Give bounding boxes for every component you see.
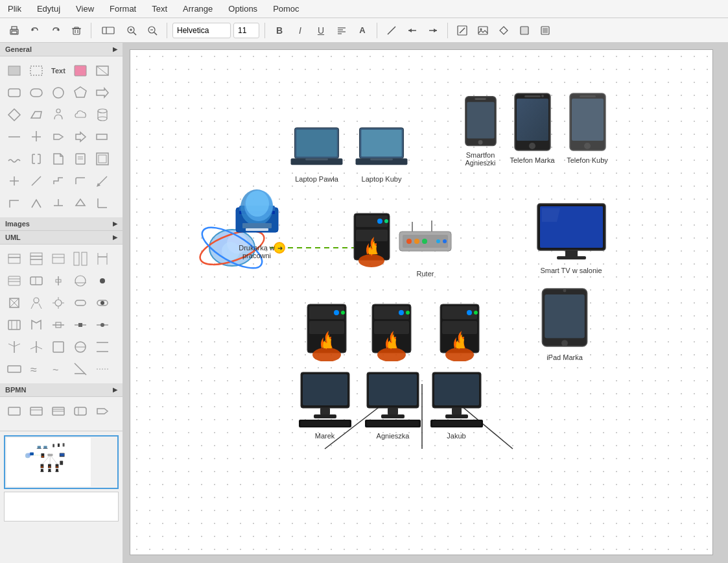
- uml-shape-14[interactable]: [70, 293, 91, 313]
- arrow-right-button[interactable]: [424, 21, 442, 40]
- shape-text[interactable]: Text: [48, 60, 69, 81]
- shape-rect[interactable]: [26, 60, 47, 81]
- uml-shape-15[interactable]: [92, 293, 113, 313]
- align-button[interactable]: [333, 21, 351, 40]
- shape-rect-fill[interactable]: [4, 60, 25, 81]
- uml-shape-4[interactable]: [70, 248, 91, 269]
- font-input[interactable]: [172, 23, 231, 38]
- node-server-agnieszka[interactable]: [367, 303, 416, 368]
- section-images[interactable]: Images ▶: [0, 217, 123, 231]
- shape-plus[interactable]: [4, 171, 25, 191]
- shape-arrow-double[interactable]: [70, 126, 91, 147]
- canvas-area[interactable]: ➜: [123, 43, 728, 563]
- page-thumbnail-2[interactable]: [4, 492, 119, 521]
- shape-border-button[interactable]: [536, 21, 554, 40]
- uml-shape-5[interactable]: [92, 248, 113, 269]
- shape-stadium[interactable]: [26, 82, 47, 103]
- uml-shape-21[interactable]: [4, 337, 25, 357]
- bpmn-shape-4[interactable]: [70, 401, 91, 422]
- shape-person[interactable]: [48, 104, 69, 125]
- arrow-left-button[interactable]: [403, 21, 421, 40]
- node-pc-agnieszka[interactable]: Agnieszka: [360, 371, 425, 442]
- shape-line-angled[interactable]: [92, 193, 113, 213]
- menu-view[interactable]: View: [73, 3, 97, 15]
- underline-button[interactable]: U: [312, 21, 330, 40]
- node-pc-marek[interactable]: Marek: [296, 371, 354, 442]
- image-button[interactable]: [474, 21, 492, 40]
- uml-shape-28[interactable]: ~: [48, 359, 69, 379]
- shape-cloud[interactable]: [70, 104, 91, 125]
- shape-arrow-d[interactable]: [48, 126, 69, 147]
- delete-button[interactable]: [67, 21, 86, 40]
- uml-shape-9[interactable]: [70, 270, 91, 291]
- uml-shape-25[interactable]: [92, 337, 113, 357]
- shape-t4[interactable]: [70, 193, 91, 213]
- section-uml[interactable]: UML ▶: [0, 231, 123, 245]
- section-bpmn[interactable]: BPMN ▶: [0, 383, 123, 397]
- shape-frame[interactable]: [92, 149, 113, 169]
- shape-cylinder[interactable]: [92, 104, 113, 125]
- uml-shape-26[interactable]: [4, 359, 25, 379]
- uml-shape-6[interactable]: [4, 270, 25, 291]
- menu-options[interactable]: Options: [226, 3, 260, 15]
- node-laptop-kuby[interactable]: Laptop Kuby: [354, 125, 409, 183]
- uml-shape-18[interactable]: [48, 315, 69, 335]
- shape-t3[interactable]: [48, 193, 69, 213]
- node-smartfon-agnieszki[interactable]: Smartfon Agnieszki: [458, 95, 503, 167]
- shape-diamond[interactable]: [4, 104, 25, 125]
- shape-step[interactable]: [48, 171, 69, 191]
- shape-pencil[interactable]: [92, 171, 113, 191]
- uml-shape-17[interactable]: [26, 315, 47, 335]
- print-button[interactable]: [5, 21, 23, 40]
- line-color-button[interactable]: [453, 21, 471, 40]
- uml-shape-16[interactable]: [4, 315, 25, 335]
- node-pc-jakub[interactable]: Jakub: [427, 371, 486, 442]
- shape-arrow-split[interactable]: [26, 126, 47, 147]
- page-thumbnail-1[interactable]: [4, 435, 119, 489]
- font-size-input[interactable]: [233, 23, 259, 38]
- uml-shape-22[interactable]: [26, 337, 47, 357]
- uml-shape-29[interactable]: [70, 359, 91, 379]
- section-general[interactable]: General ▶: [0, 43, 123, 56]
- uml-shape-27[interactable]: ≈: [26, 359, 47, 379]
- node-router[interactable]: Ruter: [396, 215, 454, 280]
- uml-shape-20[interactable]: [92, 315, 113, 335]
- line-button[interactable]: [382, 21, 401, 40]
- shape-circle[interactable]: [48, 82, 69, 103]
- node-server-marek[interactable]: [302, 303, 351, 368]
- node-ipad-marka[interactable]: iPad Marka: [535, 287, 594, 361]
- menu-arrange[interactable]: Arrange: [180, 3, 215, 15]
- shape-angled[interactable]: [92, 126, 113, 147]
- uml-shape-13[interactable]: [48, 293, 69, 313]
- shape-t2[interactable]: [26, 193, 47, 213]
- uml-shape-12[interactable]: [26, 293, 47, 313]
- undo-button[interactable]: [26, 21, 44, 40]
- menu-plik[interactable]: Plik: [5, 3, 24, 15]
- shape-parallelogram[interactable]: [26, 104, 47, 125]
- uml-shape-11[interactable]: [4, 293, 25, 313]
- shape-wave[interactable]: [4, 149, 25, 169]
- uml-shape-10[interactable]: [92, 270, 113, 291]
- shape-doc[interactable]: [48, 149, 69, 169]
- shape-bracket[interactable]: [26, 149, 47, 169]
- menu-edytuj[interactable]: Edytuj: [34, 3, 63, 15]
- bpmn-shape-5[interactable]: [92, 401, 113, 422]
- shape-bg-button[interactable]: [515, 21, 534, 40]
- bpmn-shape-3[interactable]: [48, 401, 69, 422]
- bpmn-shape-2[interactable]: [26, 401, 47, 422]
- menu-text[interactable]: Text: [149, 3, 170, 15]
- uml-shape-7[interactable]: [26, 270, 47, 291]
- font-color-button[interactable]: A: [353, 21, 371, 40]
- bold-button[interactable]: B: [270, 21, 288, 40]
- bpmn-shape-1[interactable]: [4, 401, 25, 422]
- uml-shape-2[interactable]: [26, 248, 47, 269]
- shape-arrow-right[interactable]: [92, 82, 113, 103]
- redo-button[interactable]: [47, 21, 65, 40]
- node-server-main[interactable]: [351, 212, 393, 267]
- node-server-jakub[interactable]: [435, 303, 484, 368]
- node-telefon-marka[interactable]: Telefon Marka: [510, 92, 555, 167]
- zoom-in-button[interactable]: [123, 21, 141, 40]
- menu-format[interactable]: Format: [107, 3, 139, 15]
- menu-pomoc[interactable]: Pomoc: [270, 3, 301, 15]
- shape-doc2[interactable]: [70, 149, 91, 169]
